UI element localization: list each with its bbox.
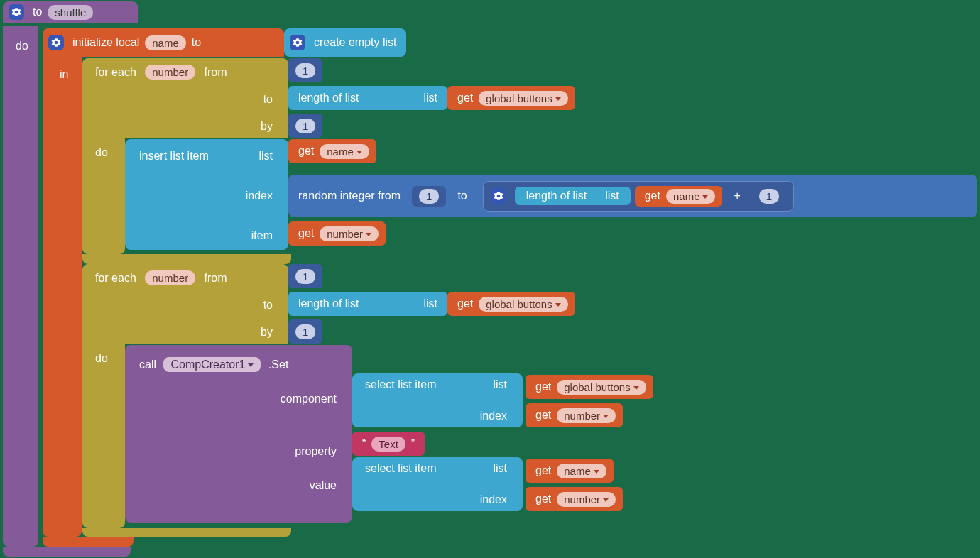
get-variable-block[interactable]: get number	[288, 221, 386, 246]
text-literal-block[interactable]: “ Text ”	[352, 432, 425, 456]
get-label: get	[453, 297, 477, 310]
gear-icon[interactable]	[491, 188, 506, 204]
var-dropdown[interactable]: number	[557, 492, 616, 507]
list-label: list	[601, 190, 624, 202]
var-dropdown[interactable]: name	[320, 144, 369, 159]
proc-body-gutter: do	[3, 26, 38, 547]
var-dropdown[interactable]: global buttons	[479, 91, 567, 106]
proc-name-pill[interactable]: shuffle	[48, 5, 93, 20]
get-label: get	[294, 227, 318, 240]
get-variable-block[interactable]: get name	[635, 186, 723, 207]
init-var-pill[interactable]: name	[145, 35, 186, 50]
insert-item-label: item	[247, 229, 277, 241]
select-list-item-block[interactable]: select list item list index	[352, 373, 523, 427]
var-dropdown[interactable]: global buttons	[479, 297, 567, 312]
select-index-label: index	[476, 410, 511, 422]
for-from-label: from	[200, 66, 232, 78]
procedure-definition-block[interactable]: to shuffle	[3, 1, 138, 23]
number-value[interactable]: 1	[419, 189, 439, 204]
select-list-label: list	[489, 459, 511, 478]
init-to-label: to	[187, 36, 205, 49]
number-value[interactable]: 1	[759, 189, 779, 204]
get-variable-block[interactable]: get number	[526, 487, 623, 511]
component-dropdown[interactable]: CompCreator1	[163, 357, 261, 372]
length-of-list-block[interactable]: length of list list	[515, 187, 631, 205]
length-of-list-block[interactable]: length of list list	[288, 86, 447, 110]
initialize-local-block[interactable]: initialize local name to	[43, 28, 284, 57]
list-label: list	[419, 92, 442, 104]
number-value[interactable]: 1	[295, 63, 315, 78]
number-value[interactable]: 1	[295, 119, 315, 133]
select-label: select list item	[361, 459, 440, 478]
number-value[interactable]: 1	[295, 269, 315, 284]
component-arg-label: component	[276, 389, 341, 409]
number-literal-block[interactable]: 1	[288, 319, 322, 344]
chevron-down-icon	[594, 470, 599, 474]
for-each-label: for each	[91, 272, 141, 284]
insert-list-item-block[interactable]: insert list item list index item	[125, 139, 288, 250]
chevron-down-icon	[603, 498, 609, 502]
for1-footer	[82, 254, 291, 264]
random-integer-block[interactable]: random integer from 1 to length of list …	[288, 175, 977, 217]
text-value[interactable]: Text	[371, 437, 405, 452]
get-variable-block[interactable]: get global buttons	[526, 375, 653, 399]
var-dropdown[interactable]: number	[320, 226, 379, 241]
for2-body-gutter: do	[82, 344, 125, 528]
for-by-label: by	[256, 326, 277, 338]
for-to-label: to	[259, 93, 277, 105]
for1-body-gutter: do	[82, 138, 125, 254]
for2-footer	[82, 528, 291, 537]
select-list-item-block[interactable]: select list item list index	[352, 457, 523, 511]
number-literal-block[interactable]: 1	[288, 264, 322, 288]
create-list-label: create empty list	[310, 36, 401, 49]
get-label: get	[641, 190, 665, 202]
var-dropdown[interactable]: name	[557, 464, 606, 478]
for-to-label: to	[259, 299, 277, 311]
quote-open: “	[358, 437, 370, 450]
select-label: select list item	[361, 375, 440, 395]
get-label: get	[294, 145, 318, 158]
init-label: initialize local	[68, 36, 143, 49]
get-variable-block[interactable]: get number	[526, 403, 623, 427]
chevron-down-icon	[555, 303, 561, 307]
get-variable-block[interactable]: get name	[526, 459, 614, 483]
get-label: get	[453, 92, 477, 104]
gear-icon[interactable]	[9, 4, 24, 20]
get-label: get	[531, 381, 555, 393]
for-each-block-2[interactable]: for each number from to by	[82, 264, 288, 344]
chevron-down-icon	[248, 363, 254, 367]
chevron-down-icon	[356, 151, 362, 154]
for-var-pill[interactable]: number	[145, 65, 195, 80]
for-var-pill[interactable]: number	[145, 270, 195, 285]
random-to-label: to	[453, 190, 471, 202]
random-from-label: random integer from	[294, 190, 405, 202]
length-of-list-block[interactable]: length of list list	[288, 292, 447, 316]
var-dropdown[interactable]: global buttons	[557, 380, 646, 395]
call-method-block[interactable]: call CompCreator1 .Set component propert…	[125, 345, 352, 523]
var-dropdown[interactable]: name	[666, 189, 716, 204]
get-label: get	[531, 409, 555, 422]
get-variable-block[interactable]: get global buttons	[447, 86, 575, 110]
proc-do-label: do	[11, 40, 33, 53]
select-list-label: list	[489, 375, 511, 395]
list-label: list	[419, 297, 442, 310]
number-value[interactable]: 1	[295, 324, 315, 339]
var-dropdown[interactable]: number	[557, 408, 616, 423]
for-do-label: do	[91, 146, 112, 159]
for-each-block-1[interactable]: for each number from to by	[82, 58, 288, 138]
number-literal-block[interactable]: 1	[288, 114, 322, 138]
create-empty-list-block[interactable]: create empty list	[284, 28, 406, 57]
gear-icon[interactable]	[290, 35, 305, 50]
number-literal-block[interactable]: 1	[288, 58, 322, 82]
select-index-label: index	[476, 493, 511, 505]
length-label: length of list	[294, 297, 363, 310]
insert-index-label: index	[241, 190, 277, 202]
length-label: length of list	[522, 190, 591, 202]
get-variable-block[interactable]: get name	[288, 139, 376, 163]
chevron-down-icon	[555, 97, 561, 101]
gear-icon[interactable]	[48, 35, 64, 50]
chevron-down-icon	[366, 233, 371, 236]
value-arg-label: value	[305, 476, 341, 496]
chevron-down-icon	[702, 195, 708, 199]
get-variable-block[interactable]: get global buttons	[447, 292, 575, 316]
